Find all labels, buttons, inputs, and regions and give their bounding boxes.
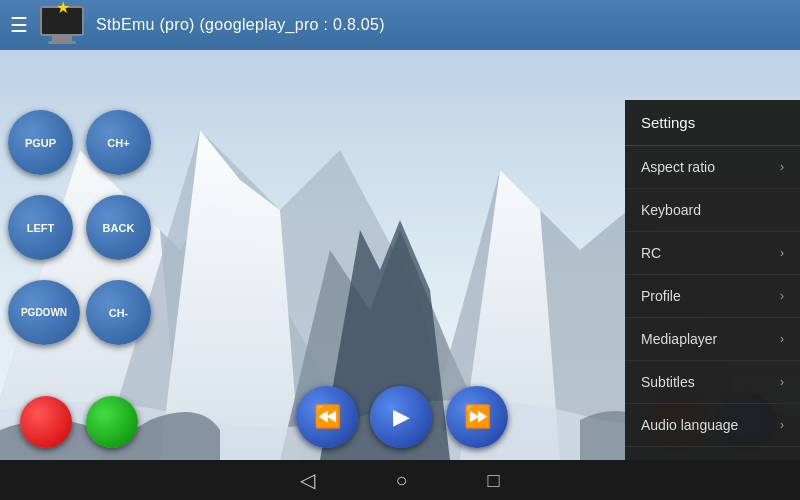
menu-item-rc-label: RC: [641, 245, 661, 261]
chevron-right-icon-audio: ›: [780, 418, 784, 432]
app-title: StbEmu (pro) (googleplay_pro : 0.8.05): [96, 16, 385, 34]
menu-item-aspect-ratio-label: Aspect ratio: [641, 159, 715, 175]
home-nav-icon[interactable]: ○: [395, 469, 407, 492]
left-button[interactable]: LEFT: [8, 195, 73, 260]
menu-item-keyboard[interactable]: Keyboard: [625, 189, 800, 232]
chevron-right-icon-sub: ›: [780, 375, 784, 389]
chevron-right-icon: ›: [780, 160, 784, 174]
settings-dropdown: Settings Aspect ratio › Keyboard RC › Pr…: [625, 100, 800, 460]
forward-button[interactable]: ⏩: [446, 386, 508, 448]
topbar: ☰ ★ StbEmu (pro) (googleplay_pro : 0.8.0…: [0, 0, 800, 50]
rewind-icon: ⏪: [314, 404, 341, 430]
green-button[interactable]: [86, 396, 138, 448]
menu-item-exit[interactable]: Exit: [625, 447, 800, 460]
menu-item-profile-label: Profile: [641, 288, 681, 304]
tv-base: [48, 41, 76, 44]
menu-item-audio-language-label: Audio language: [641, 417, 738, 433]
main-content: PGUP CH+ LEFT BACK PGDOWN CH- ⏪ ▶ ⏩ Sett…: [0, 50, 800, 460]
back-nav-icon[interactable]: ◁: [300, 468, 315, 492]
menu-header: Settings: [625, 100, 800, 146]
ch-minus-button[interactable]: CH-: [86, 280, 151, 345]
recents-nav-icon[interactable]: □: [488, 469, 500, 492]
chevron-right-icon-rc: ›: [780, 246, 784, 260]
chevron-right-icon-media: ›: [780, 332, 784, 346]
menu-item-keyboard-label: Keyboard: [641, 202, 701, 218]
star-icon: ★: [56, 0, 70, 17]
ch-plus-button[interactable]: CH+: [86, 110, 151, 175]
red-button[interactable]: [20, 396, 72, 448]
menu-item-rc[interactable]: RC ›: [625, 232, 800, 275]
play-button[interactable]: ▶: [370, 386, 432, 448]
rewind-button[interactable]: ⏪: [296, 386, 358, 448]
pgdown-button[interactable]: PGDOWN: [8, 280, 80, 345]
menu-item-audio-language[interactable]: Audio language ›: [625, 404, 800, 447]
bottom-navigation-bar: ◁ ○ □: [0, 460, 800, 500]
back-button[interactable]: BACK: [86, 195, 151, 260]
chevron-right-icon-profile: ›: [780, 289, 784, 303]
app-icon: ★: [40, 6, 84, 44]
menu-item-mediaplayer-label: Mediaplayer: [641, 331, 717, 347]
menu-item-aspect-ratio[interactable]: Aspect ratio ›: [625, 146, 800, 189]
play-icon: ▶: [393, 404, 410, 430]
menu-item-subtitles[interactable]: Subtitles ›: [625, 361, 800, 404]
menu-item-mediaplayer[interactable]: Mediaplayer ›: [625, 318, 800, 361]
menu-item-profile[interactable]: Profile ›: [625, 275, 800, 318]
pgup-button[interactable]: PGUP: [8, 110, 73, 175]
menu-item-subtitles-label: Subtitles: [641, 374, 695, 390]
forward-icon: ⏩: [464, 404, 491, 430]
hamburger-menu[interactable]: ☰: [10, 13, 28, 37]
